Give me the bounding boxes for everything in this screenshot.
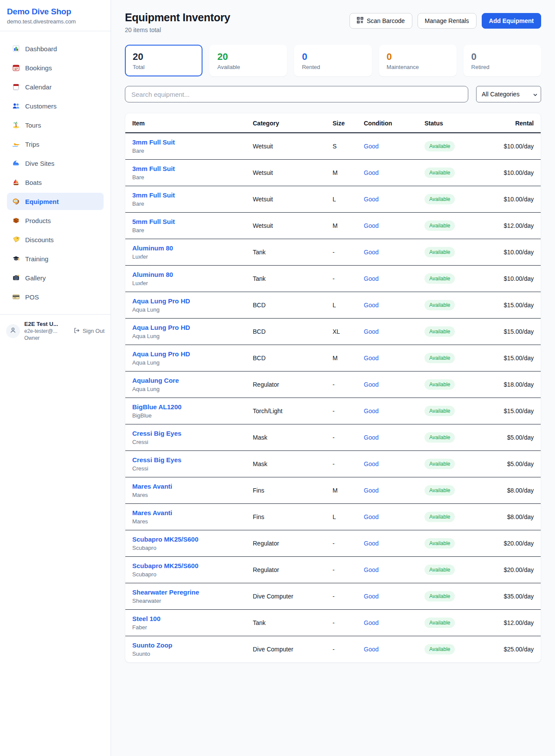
status-cell: Available bbox=[418, 160, 483, 186]
item-cell: Shearwater PeregrineShearwater bbox=[125, 583, 246, 610]
sidebar-item-products[interactable]: Products bbox=[7, 212, 104, 229]
sidebar-item-customers[interactable]: Customers bbox=[7, 97, 104, 115]
item-name-link[interactable]: Shearwater Peregrine bbox=[132, 588, 239, 596]
scan-barcode-button[interactable]: Scan Barcode bbox=[349, 13, 412, 29]
condition-link[interactable]: Good bbox=[364, 302, 379, 309]
sidebar-item-label: Customers bbox=[25, 102, 57, 110]
sidebar-item-dive-sites[interactable]: Dive Sites bbox=[7, 154, 104, 172]
sidebar-item-equipment[interactable]: Equipment bbox=[7, 193, 104, 210]
condition-link[interactable]: Good bbox=[364, 540, 379, 547]
condition-link[interactable]: Good bbox=[364, 275, 379, 282]
manage-rentals-button[interactable]: Manage Rentals bbox=[418, 13, 477, 29]
condition-link[interactable]: Good bbox=[364, 593, 379, 600]
condition-cell: Good bbox=[357, 186, 418, 213]
search-input[interactable] bbox=[125, 86, 468, 102]
condition-link[interactable]: Good bbox=[364, 328, 379, 335]
category-cell: Torch/Light bbox=[246, 398, 326, 424]
rental-cell: $5.00/day bbox=[483, 451, 541, 477]
category-cell: BCD bbox=[246, 319, 326, 345]
table-row: Aluminum 80LuxferTank-GoodAvailable$10.0… bbox=[125, 266, 541, 292]
item-name-link[interactable]: Scubapro MK25/S600 bbox=[132, 562, 239, 569]
condition-link[interactable]: Good bbox=[364, 460, 379, 467]
item-name-link[interactable]: Aqua Lung Pro HD bbox=[132, 350, 239, 358]
stat-card-maintenance[interactable]: 0Maintenance bbox=[379, 45, 457, 76]
sidebar-item-calendar[interactable]: Calendar bbox=[7, 78, 104, 95]
sidebar-item-training[interactable]: Training bbox=[7, 250, 104, 267]
item-name-link[interactable]: Cressi Big Eyes bbox=[132, 456, 239, 463]
item-name-link[interactable]: Aqua Lung Pro HD bbox=[132, 324, 239, 331]
sidebar-item-label: Boats bbox=[25, 179, 42, 186]
item-cell: Aluminum 80Luxfer bbox=[125, 239, 246, 266]
condition-link[interactable]: Good bbox=[364, 646, 379, 653]
sidebar-item-discounts[interactable]: Discounts bbox=[7, 231, 104, 248]
status-badge: Available bbox=[424, 406, 455, 416]
item-name-link[interactable]: Steel 100 bbox=[132, 615, 239, 622]
col-header-status: Status bbox=[418, 113, 483, 133]
item-cell: Scubapro MK25/S600Scubapro bbox=[125, 557, 246, 583]
col-header-rental: Rental bbox=[483, 113, 541, 133]
item-name-link[interactable]: Mares Avanti bbox=[132, 509, 239, 516]
condition-link[interactable]: Good bbox=[364, 381, 379, 388]
item-name-link[interactable]: 3mm Full Suit bbox=[132, 138, 239, 146]
stat-card-available[interactable]: 20Available bbox=[209, 45, 287, 76]
condition-link[interactable]: Good bbox=[364, 222, 379, 229]
condition-link[interactable]: Good bbox=[364, 355, 379, 362]
status-badge: Available bbox=[424, 618, 455, 628]
col-header-item: Item bbox=[125, 113, 246, 133]
sidebar-item-trips[interactable]: Trips bbox=[7, 135, 104, 153]
condition-link[interactable]: Good bbox=[364, 143, 379, 150]
condition-link[interactable]: Good bbox=[364, 513, 379, 520]
status-badge: Available bbox=[424, 300, 455, 310]
page-title: Equipment Inventory bbox=[125, 11, 230, 24]
condition-link[interactable]: Good bbox=[364, 249, 379, 256]
sign-out-button[interactable]: Sign Out bbox=[73, 327, 104, 335]
sidebar-item-tours[interactable]: Tours bbox=[7, 116, 104, 134]
item-name-link[interactable]: Mares Avanti bbox=[132, 483, 239, 490]
condition-link[interactable]: Good bbox=[364, 196, 379, 203]
table-row: Aqua Lung Pro HDAqua LungBCDXLGoodAvaila… bbox=[125, 319, 541, 345]
condition-link[interactable]: Good bbox=[364, 169, 379, 176]
item-name-link[interactable]: 3mm Full Suit bbox=[132, 165, 239, 172]
item-name-link[interactable]: 5mm Full Suit bbox=[132, 218, 239, 225]
item-name-link[interactable]: Cressi Big Eyes bbox=[132, 430, 239, 437]
stat-card-retired[interactable]: 0Retired bbox=[464, 45, 541, 76]
rental-cell: $20.00/day bbox=[483, 557, 541, 583]
col-header-category: Category bbox=[246, 113, 326, 133]
add-equipment-button[interactable]: Add Equipment bbox=[482, 13, 541, 29]
brand: Demo Dive Shop demo.test.divestreams.com bbox=[0, 0, 111, 31]
category-select[interactable]: All Categories bbox=[476, 86, 541, 102]
sidebar-item-pos[interactable]: POS bbox=[7, 288, 104, 306]
status-badge: Available bbox=[424, 220, 455, 231]
condition-link[interactable]: Good bbox=[364, 619, 379, 626]
status-badge: Available bbox=[424, 141, 455, 151]
item-name-link[interactable]: BigBlue AL1200 bbox=[132, 403, 239, 411]
sidebar-item-boats[interactable]: Boats bbox=[7, 174, 104, 191]
svg-text:17: 17 bbox=[14, 67, 18, 70]
grad-cap-icon bbox=[12, 255, 20, 263]
sidebar-item-gallery[interactable]: Gallery bbox=[7, 269, 104, 286]
item-name-link[interactable]: Aqualung Core bbox=[132, 377, 239, 384]
sign-out-icon bbox=[73, 327, 80, 335]
status-badge: Available bbox=[424, 538, 455, 549]
item-brand: Bare bbox=[132, 148, 239, 154]
item-name-link[interactable]: Aluminum 80 bbox=[132, 244, 239, 252]
item-name-link[interactable]: Scubapro MK25/S600 bbox=[132, 536, 239, 543]
condition-link[interactable]: Good bbox=[364, 566, 379, 573]
condition-link[interactable]: Good bbox=[364, 487, 379, 494]
item-name-link[interactable]: 3mm Full Suit bbox=[132, 191, 239, 199]
condition-link[interactable]: Good bbox=[364, 408, 379, 414]
sidebar-item-bookings[interactable]: 17Bookings bbox=[7, 59, 104, 76]
item-name-link[interactable]: Suunto Zoop bbox=[132, 641, 239, 649]
sidebar-item-dashboard[interactable]: Dashboard bbox=[7, 40, 104, 57]
status-cell: Available bbox=[418, 398, 483, 424]
item-name-link[interactable]: Aqua Lung Pro HD bbox=[132, 297, 239, 305]
add-equipment-label: Add Equipment bbox=[489, 17, 534, 24]
table-row: Scubapro MK25/S600ScubaproRegulator-Good… bbox=[125, 557, 541, 583]
stat-card-rented[interactable]: 0Rented bbox=[294, 45, 372, 76]
condition-link[interactable]: Good bbox=[364, 434, 379, 441]
status-cell: Available bbox=[418, 239, 483, 266]
filters-row: All Categories bbox=[125, 86, 541, 102]
stat-card-total[interactable]: 20Total bbox=[125, 45, 202, 76]
condition-cell: Good bbox=[357, 504, 418, 530]
item-name-link[interactable]: Aluminum 80 bbox=[132, 271, 239, 278]
